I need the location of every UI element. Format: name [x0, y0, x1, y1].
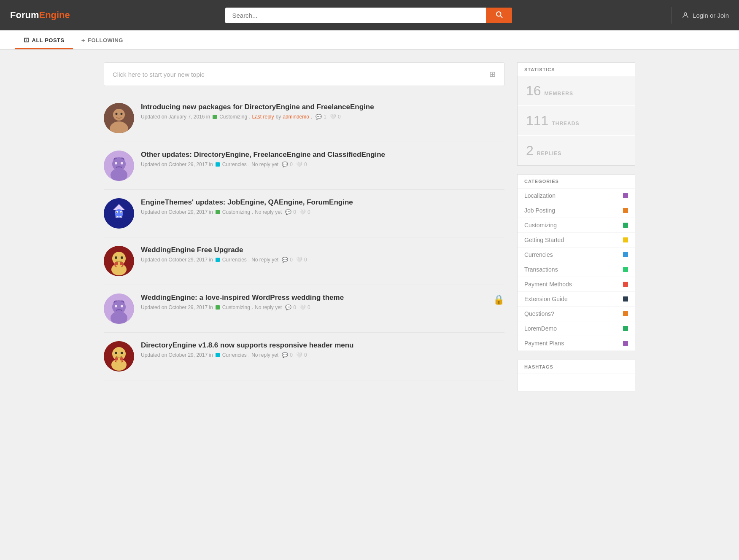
avatar-1-img	[104, 103, 134, 133]
category-name: Job Posting	[524, 207, 555, 214]
svg-point-33	[112, 347, 126, 361]
tab-following-icon: +	[81, 37, 85, 44]
category-item[interactable]: Extension Guide	[518, 292, 635, 307]
category-color-dot	[623, 267, 628, 272]
tab-all-posts-label: ALL POSTS	[32, 37, 65, 43]
last-reply-link[interactable]: Last reply	[252, 114, 274, 120]
svg-point-37	[115, 357, 118, 361]
post-meta: Updated on October 29, 2017 in Currencie…	[141, 352, 504, 358]
avatar-2-img	[104, 151, 134, 181]
table-row: WeddingEngine: a love-inspired WordPress…	[104, 285, 504, 333]
category-item[interactable]: Transactions	[518, 262, 635, 277]
svg-point-38	[120, 357, 123, 361]
category-dot	[216, 162, 220, 167]
svg-point-24	[121, 256, 123, 259]
avatar-6-img	[104, 341, 134, 372]
category-name: Payment Plans	[524, 340, 564, 347]
search-icon	[495, 11, 503, 18]
new-topic-box[interactable]: Click here to start your new topic ⊞	[104, 62, 504, 86]
members-count: 16	[526, 83, 541, 99]
tab-all-posts-icon: ⊡	[24, 36, 30, 44]
post-content: WeddingEngine Free Upgrade Updated on Oc…	[141, 246, 504, 263]
like-icon: 🤍	[296, 352, 302, 358]
new-topic-icon: ⊞	[489, 70, 496, 79]
svg-point-12	[121, 162, 123, 164]
avatar-4-img	[104, 246, 134, 276]
post-title[interactable]: Other updates: DirectoryEngine, Freelanc…	[141, 151, 504, 159]
category-color-dot	[623, 193, 628, 198]
tab-all-posts[interactable]: ⊡ ALL POSTS	[15, 30, 73, 49]
nav-tabs: ⊡ ALL POSTS + FOLLOWING	[0, 30, 739, 50]
svg-point-19	[121, 212, 122, 213]
post-title[interactable]: WeddingEngine Free Upgrade	[141, 246, 504, 254]
category-color-dot	[623, 237, 628, 242]
avatar	[104, 246, 134, 276]
category-name: Questions?	[524, 310, 554, 317]
content-area: Click here to start your new topic ⊞	[104, 62, 504, 391]
search-input[interactable]	[225, 8, 486, 23]
post-content: Introducing new packages for DirectoryEn…	[141, 103, 504, 120]
category-dot	[216, 258, 220, 262]
category-item[interactable]: Customizing	[518, 218, 635, 233]
svg-point-34	[111, 359, 127, 371]
header-divider	[671, 7, 672, 24]
svg-point-21	[112, 252, 126, 265]
comment-icon: 💬	[282, 352, 288, 358]
members-stat: 16 MEMBERS	[518, 76, 635, 105]
post-title[interactable]: WeddingEngine: a love-inspired WordPress…	[141, 293, 488, 302]
threads-label: THREADS	[552, 121, 579, 127]
replies-count: 2	[526, 143, 534, 159]
category-item[interactable]: LoremDemo	[518, 321, 635, 336]
category-color-dot	[623, 341, 628, 346]
svg-point-31	[121, 305, 123, 307]
svg-point-25	[115, 262, 118, 265]
post-title[interactable]: Introducing new packages for DirectoryEn…	[141, 103, 504, 111]
avatar	[104, 151, 134, 181]
category-item[interactable]: Localization	[518, 188, 635, 203]
category-item[interactable]: Payment Methods	[518, 277, 635, 292]
post-content: DirectoryEngine v1.8.6 now supports resp…	[141, 341, 504, 358]
post-content: Other updates: DirectoryEngine, Freelanc…	[141, 151, 504, 167]
svg-point-23	[115, 256, 117, 259]
category-color-dot	[623, 208, 628, 213]
reply-author-link[interactable]: admindemo	[283, 114, 309, 120]
category-item[interactable]: Payment Plans	[518, 336, 635, 351]
category-dot	[216, 353, 220, 357]
table-row: Introducing new packages for DirectoryEn…	[104, 94, 504, 142]
avatar-5-img	[104, 293, 134, 324]
category-name: LoremDemo	[524, 325, 557, 332]
logo-text-2: Engine	[39, 10, 70, 20]
category-color-dot	[623, 282, 628, 287]
categories-header: CATEGORIES	[518, 175, 635, 188]
avatar	[104, 198, 134, 229]
categories-box: CATEGORIES Localization Job Posting Cust…	[517, 174, 635, 351]
svg-line-1	[501, 16, 502, 17]
post-content: EngineThemes' updates: JobEngine, QAEngi…	[141, 198, 504, 215]
category-name: Currencies	[524, 251, 553, 258]
like-icon: 🤍	[299, 304, 306, 310]
post-title[interactable]: DirectoryEngine v1.8.6 now supports resp…	[141, 341, 504, 350]
tab-following[interactable]: + FOLLOWING	[73, 30, 132, 49]
search-button[interactable]	[486, 8, 512, 23]
comment-icon: 💬	[316, 114, 322, 120]
post-title[interactable]: EngineThemes' updates: JobEngine, QAEngi…	[141, 198, 504, 207]
category-dot	[213, 115, 217, 119]
like-icon: 🤍	[296, 162, 302, 167]
logo[interactable]: ForumEngine	[10, 10, 70, 21]
comment-icon: 💬	[285, 304, 291, 310]
post-content: WeddingEngine: a love-inspired WordPress…	[141, 293, 504, 310]
svg-point-2	[684, 13, 687, 15]
category-item[interactable]: Currencies	[518, 248, 635, 262]
replies-stat: 2 REPLIES	[518, 136, 635, 165]
avatar-3-img	[104, 198, 134, 229]
comment-icon: 💬	[282, 162, 288, 167]
replies-label: REPLIES	[537, 151, 561, 156]
comment-icon: 💬	[285, 209, 291, 215]
login-area[interactable]: Login or Join	[682, 11, 729, 19]
sidebar: STATISTICS 16 MEMBERS 111 THREADS 2 REPL…	[517, 62, 635, 391]
user-icon	[682, 11, 689, 19]
category-item[interactable]: Job Posting	[518, 203, 635, 218]
category-item[interactable]: Getting Started	[518, 233, 635, 248]
post-meta: Updated on October 29, 2017 in Currencie…	[141, 162, 504, 167]
category-item[interactable]: Questions?	[518, 307, 635, 321]
